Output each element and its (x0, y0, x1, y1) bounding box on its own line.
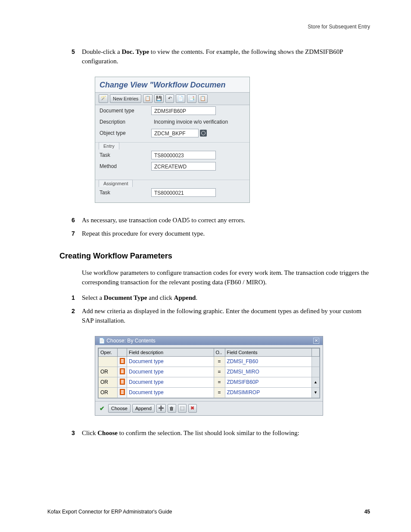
dialog-title-text: 📄 Choose: By Contents (99, 338, 156, 344)
assignment-tab: Assignment (99, 180, 133, 187)
scroll-header (312, 348, 320, 356)
field-desc-cell[interactable]: Document type (127, 367, 214, 377)
entry-method-value[interactable]: ZCREATEWD (151, 162, 216, 171)
new-entries-button[interactable]: New Entries (110, 94, 141, 103)
assignment-task-value[interactable]: TS80000021 (151, 188, 216, 197)
description-label: Description (100, 119, 151, 125)
operator-cell[interactable]: = (214, 387, 225, 398)
save-icon[interactable]: 💾 (154, 94, 164, 103)
doc-type-label: Document type (100, 108, 151, 114)
entry-task-value[interactable]: TS80000023 (151, 151, 216, 159)
copy-icon[interactable]: 📋 (143, 94, 153, 103)
field-contents-cell[interactable]: ZDMSI_MIRO (225, 367, 312, 377)
step-b2: 2 Add new criteria as displayed in the f… (82, 307, 370, 326)
scroll-cell (312, 367, 320, 377)
table-row[interactable]: ORDocument type=ZDMSI_MIRO (99, 367, 320, 377)
scroll-cell[interactable]: ▼ (312, 387, 320, 398)
description-value: Incoming invoice w/o verification (151, 118, 245, 126)
row-doc-icon (118, 356, 127, 367)
step-text: Click Choose to confirm the selection. T… (82, 429, 299, 436)
entry-tab: Entry (99, 142, 119, 149)
step-number: 2 (72, 307, 75, 315)
choose-button[interactable]: Choose (108, 404, 131, 413)
col-icon (118, 348, 127, 356)
section-heading: Creating Workflow Parameters (59, 252, 370, 261)
oper-cell[interactable]: OR (99, 387, 118, 398)
scroll-cell[interactable]: ▲ (312, 377, 320, 387)
scroll-cell (312, 356, 320, 367)
oper-cell[interactable] (99, 356, 118, 367)
table-row[interactable]: ORDocument type=ZDMSIFB60P▲ (99, 377, 320, 387)
step-text: Double-click a Doc. Type to view the con… (82, 48, 343, 65)
field-contents-cell[interactable]: ZDMSIMIROP (225, 387, 312, 398)
col-oper: Oper. (99, 348, 118, 356)
dialog-titlebar: 📄 Choose: By Contents ✕ (95, 336, 323, 345)
object-type-value[interactable]: ZDCM_BKPF (151, 129, 199, 137)
assignment-group: Assignment Task TS80000021 (95, 180, 249, 202)
doc-type-row: Document type ZDMSIFB60P (95, 105, 249, 116)
header-breadcrumb: Store for Subsequent Entry (308, 24, 370, 30)
grid-header-row: Oper. Field description O.. Field Conten… (99, 348, 320, 356)
sap-change-view-screenshot: Change View "Workflow Documen 🪄 New Entr… (95, 77, 250, 203)
step-text: Repeat this procedure for every document… (82, 230, 205, 237)
sap-choose-dialog: 📄 Choose: By Contents ✕ Oper. Field desc… (95, 336, 323, 416)
object-type-row: Object type ZDCM_BKPF (95, 128, 249, 139)
delete-row-icon[interactable]: 🗑 (168, 404, 176, 413)
undo-icon[interactable]: ↶ (165, 94, 174, 103)
criteria-grid: Oper. Field description O.. Field Conten… (98, 348, 320, 398)
append-button[interactable]: Append (132, 404, 155, 413)
step-b1: 1 Select a Document Type and click Appen… (82, 293, 370, 303)
sap-toolbar: 🪄 New Entries 📋 💾 ↶ 📄 📑 📋 (95, 93, 249, 105)
doc-type-value[interactable]: ZDMSIFB60P (151, 106, 216, 115)
cancel-icon[interactable]: ✖ (188, 404, 197, 413)
col-fdesc: Field description (127, 348, 214, 356)
dialog-footer: ✔ Choose Append ➕ 🗑 ⬚ ✖ (95, 401, 323, 415)
col-o: O.. (214, 348, 225, 356)
step-number: 6 (72, 216, 75, 224)
step-6: 6 As necessary, use transaction code OAD… (82, 216, 370, 225)
operator-cell[interactable]: = (214, 356, 225, 367)
step-number: 7 (72, 229, 75, 238)
list-icon[interactable]: 📋 (198, 94, 208, 103)
field-desc-cell[interactable]: Document type (127, 387, 214, 398)
insert-row-icon[interactable]: ➕ (156, 404, 166, 413)
step-b3: 3 Click Choose to confirm the selection.… (82, 429, 370, 438)
table-row[interactable]: ORDocument type=ZDMSIMIROP▼ (99, 387, 320, 398)
row-doc-icon (118, 367, 127, 377)
step-number: 3 (72, 429, 75, 437)
step-text: Add new criteria as displayed in the fol… (82, 308, 361, 324)
page-number: 45 (364, 509, 370, 515)
step-text: Select a Document Type and click Append. (82, 294, 197, 301)
field-desc-cell[interactable]: Document type (127, 377, 214, 387)
page-footer: Kofax Export Connector for ERP Administr… (47, 509, 370, 515)
wand-icon[interactable]: 🪄 (99, 94, 108, 103)
structure-icon[interactable]: ⬚ (178, 404, 187, 413)
page2-icon[interactable]: 📑 (187, 94, 196, 103)
entry-group: Entry Task TS80000023 Method ZCREATEWD (95, 142, 249, 176)
description-row: Description Incoming invoice w/o verific… (95, 116, 249, 128)
close-icon[interactable]: ✕ (313, 338, 319, 344)
row-doc-icon (118, 387, 127, 398)
confirm-icon[interactable]: ✔ (98, 405, 106, 412)
page-icon[interactable]: 📄 (176, 94, 185, 103)
oper-cell[interactable]: OR (99, 377, 118, 387)
operator-cell[interactable]: = (214, 377, 225, 387)
step-number: 5 (72, 47, 75, 56)
operator-cell[interactable]: = (214, 367, 225, 377)
f4-help-icon[interactable] (200, 130, 207, 137)
entry-method-label: Method (100, 163, 151, 169)
assignment-task-label: Task (100, 190, 151, 196)
field-contents-cell[interactable]: ZDMSIFB60P (225, 377, 312, 387)
field-desc-cell[interactable]: Document type (127, 356, 214, 367)
col-fcont: Field Contents (225, 348, 312, 356)
field-contents-cell[interactable]: ZDMSI_FB60 (225, 356, 312, 367)
footer-left: Kofax Export Connector for ERP Administr… (47, 509, 172, 515)
step-7: 7 Repeat this procedure for every docume… (82, 229, 370, 239)
table-row[interactable]: Document type=ZDMSI_FB60 (99, 356, 320, 367)
step-5: 5 Double-click a Doc. Type to view the c… (82, 47, 370, 66)
step-number: 1 (72, 293, 75, 302)
oper-cell[interactable]: OR (99, 367, 118, 377)
section-intro: Use workflow parameters to configure tra… (82, 268, 370, 287)
object-type-label: Object type (100, 130, 151, 136)
row-doc-icon (118, 377, 127, 387)
